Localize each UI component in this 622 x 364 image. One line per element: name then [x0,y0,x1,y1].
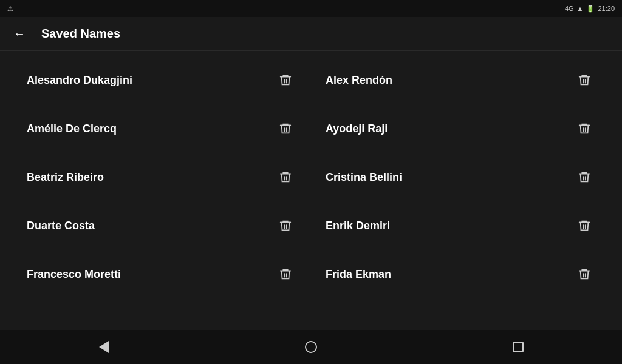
nav-back-button[interactable] [86,335,122,359]
name-label: Beatriz Ribeiro [27,171,104,184]
delete-button[interactable]: path{stroke:#ccc;stroke-width:2;stroke-l… [573,118,595,140]
trash-icon: path{stroke:#ccc;stroke-width:2;stroke-l… [279,73,292,87]
signal-icon: ▲ [577,5,584,12]
bottom-nav [0,330,622,364]
name-label: Amélie De Clercq [27,123,117,135]
names-grid: Alesandro Dukagjini path{stroke:#ccc;str… [0,56,622,298]
home-nav-icon [305,341,317,353]
nav-home-button[interactable] [293,335,329,359]
delete-button[interactable]: path{stroke:#ccc;stroke-width:2;stroke-l… [573,166,595,188]
name-label: Alesandro Dukagjini [27,74,132,87]
nav-recent-button[interactable] [500,335,536,359]
trash-icon: path{stroke:#ccc;stroke-width:2;stroke-l… [578,268,591,281]
page-title: Saved Names [41,27,120,41]
list-item: Amélie De Clercq path{stroke:#ccc;stroke… [12,104,311,153]
recent-nav-icon [513,342,524,352]
back-button[interactable]: ← [10,24,29,44]
delete-button[interactable]: path{stroke:#ccc;stroke-width:2;stroke-l… [275,263,296,285]
list-item: Duarte Costa path{stroke:#ccc;stroke-wid… [12,201,311,250]
delete-button[interactable]: path{stroke:#ccc;stroke-width:2;stroke-l… [573,69,595,91]
name-label: Frida Ekman [326,268,391,281]
trash-icon: path{stroke:#ccc;stroke-width:2;stroke-l… [279,170,292,184]
list-item: Alesandro Dukagjini path{stroke:#ccc;str… [12,56,311,104]
trash-icon: path{stroke:#ccc;stroke-width:2;stroke-l… [279,122,292,135]
trash-icon: path{stroke:#ccc;stroke-width:2;stroke-l… [279,268,292,281]
list-item: Cristina Bellini path{stroke:#ccc;stroke… [311,153,610,201]
list-item: Ayodeji Raji path{stroke:#ccc;stroke-wid… [311,104,610,153]
delete-button[interactable]: path{stroke:#ccc;stroke-width:2;stroke-l… [275,118,296,140]
delete-button[interactable]: path{stroke:#ccc;stroke-width:2;stroke-l… [275,215,296,237]
app-bar: ← Saved Names [0,17,622,51]
delete-button[interactable]: path{stroke:#ccc;stroke-width:2;stroke-l… [275,166,296,188]
list-item: Beatriz Ribeiro path{stroke:#ccc;stroke-… [12,153,311,201]
list-item: Alex Rendón path{stroke:#ccc;stroke-widt… [311,56,610,104]
name-label: Ayodeji Raji [326,123,388,135]
trash-icon: path{stroke:#ccc;stroke-width:2;stroke-l… [578,73,591,87]
status-bar: ⚠ 4G ▲ 🔋 21:20 [0,0,622,17]
time-display: 21:20 [598,5,615,12]
trash-icon: path{stroke:#ccc;stroke-width:2;stroke-l… [578,170,591,184]
list-item: Enrik Demiri path{stroke:#ccc;stroke-wid… [311,201,610,250]
signal-indicator: 4G [565,5,574,12]
main-content: Alesandro Dukagjini path{stroke:#ccc;str… [0,51,622,330]
trash-icon: path{stroke:#ccc;stroke-width:2;stroke-l… [279,219,292,232]
list-item: Frida Ekman path{stroke:#ccc;stroke-widt… [311,250,610,298]
back-nav-icon [99,341,109,353]
trash-icon: path{stroke:#ccc;stroke-width:2;stroke-l… [578,122,591,135]
delete-button[interactable]: path{stroke:#ccc;stroke-width:2;stroke-l… [573,215,595,237]
warning-icon: ⚠ [7,5,13,13]
delete-button[interactable]: path{stroke:#ccc;stroke-width:2;stroke-l… [275,69,296,91]
battery-icon: 🔋 [586,5,595,13]
trash-icon: path{stroke:#ccc;stroke-width:2;stroke-l… [578,219,591,232]
name-label: Francesco Moretti [27,268,121,281]
name-label: Enrik Demiri [326,220,390,232]
name-label: Cristina Bellini [326,171,402,184]
delete-button[interactable]: path{stroke:#ccc;stroke-width:2;stroke-l… [573,263,595,285]
name-label: Duarte Costa [27,220,95,232]
name-label: Alex Rendón [326,74,392,87]
list-item: Francesco Moretti path{stroke:#ccc;strok… [12,250,311,298]
